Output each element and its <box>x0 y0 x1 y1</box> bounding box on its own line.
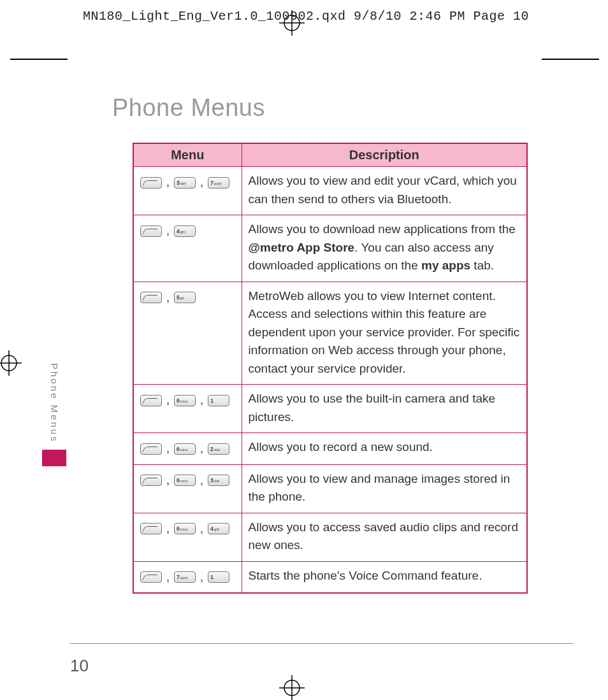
softkey-icon <box>140 571 162 583</box>
softkey-icon <box>140 395 162 406</box>
softkey-icon <box>140 475 162 486</box>
print-slug: MN180_Light_Eng_Ver1.0_100902.qxd 9/8/10… <box>83 9 529 24</box>
softkey-icon <box>140 225 162 237</box>
key-7pqrs-icon: 7pqrs <box>208 177 229 189</box>
desc-text: Allows you to download new applications … <box>249 222 516 236</box>
menu-cell: , 3def , 7pqrs <box>133 167 242 215</box>
key-separator: , <box>196 474 208 487</box>
menu-cell: , 4ghi <box>133 215 242 282</box>
key-6mno-icon: 6mno <box>174 523 196 534</box>
desc-text: Starts the phone's Voice Command feature… <box>249 569 482 582</box>
key-separator: , <box>196 394 208 406</box>
key-1-icon: 1 <box>208 571 229 583</box>
bold-text: @metro App Store <box>249 241 355 254</box>
key-5jkl-icon: 5jkl <box>174 292 196 303</box>
softkey-icon <box>140 292 162 303</box>
description-cell: Allows you to access saved audio clips a… <box>242 513 527 561</box>
table-row: , 3def , 7pqrsAllows you to view and edi… <box>133 167 527 215</box>
registration-mark-icon <box>279 675 305 700</box>
key-separator: , <box>196 522 208 535</box>
key-4ghi-icon: 4ghi <box>208 523 229 534</box>
description-cell: Allows you to record a new sound. <box>242 433 527 465</box>
softkey-icon <box>140 523 162 534</box>
table-row: , 7pqrs , 1Starts the phone's Voice Comm… <box>133 561 527 593</box>
key-6mno-icon: 6mno <box>174 475 196 486</box>
table-row: , 6mno , 2abcAllows you to record a new … <box>133 433 527 465</box>
desc-text: Allows you to view and manage images sto… <box>249 472 510 504</box>
key-7pqrs-icon: 7pqrs <box>174 571 196 583</box>
menu-cell: , 6mno , 3def <box>133 464 242 513</box>
description-cell: MetroWeb allows you to view Internet con… <box>242 282 527 385</box>
menu-cell: , 6mno , 1 <box>133 385 242 433</box>
side-tab: Phone Menus <box>47 363 61 478</box>
desc-text: tab. <box>470 259 494 272</box>
key-2abc-icon: 2abc <box>208 443 229 455</box>
desc-text: Allows you to access saved audio clips a… <box>249 520 519 552</box>
key-1-icon: 1 <box>208 395 229 406</box>
key-separator: , <box>162 474 174 487</box>
softkey-icon <box>140 177 162 189</box>
description-cell: Allows you to download new applications … <box>242 215 527 282</box>
menu-cell: , 5jkl <box>133 282 242 385</box>
softkey-icon <box>140 443 162 455</box>
key-separator: , <box>196 571 208 583</box>
table-row: , 5jklMetroWeb allows you to view Intern… <box>133 282 527 385</box>
table-row: , 6mno , 3defAllows you to view and mana… <box>133 464 527 513</box>
key-6mno-icon: 6mno <box>174 443 196 455</box>
page-title: Phone Menus <box>112 94 265 122</box>
key-separator: , <box>162 176 174 189</box>
desc-text: MetroWeb allows you to view Internet con… <box>249 289 520 375</box>
description-cell: Allows you to view and manage images sto… <box>242 464 527 513</box>
menu-table: Menu Description , 3def , 7pqrsAllows yo… <box>133 143 528 594</box>
key-separator: , <box>162 571 174 583</box>
side-tab-bar <box>42 450 66 466</box>
page-number: 10 <box>70 656 89 676</box>
key-3def-icon: 3def <box>208 475 229 486</box>
key-separator: , <box>162 224 174 237</box>
desc-text: Allows you to record a new sound. <box>249 440 433 454</box>
key-6mno-icon: 6mno <box>174 395 196 406</box>
key-separator: , <box>162 291 174 304</box>
col-header-menu: Menu <box>133 143 242 167</box>
table-row: , 6mno , 1Allows you to use the built-in… <box>133 385 527 433</box>
description-cell: Allows you to use the built-in camera an… <box>242 385 527 433</box>
col-header-description: Description <box>242 143 527 167</box>
bold-text: my apps <box>421 259 470 272</box>
key-separator: , <box>196 176 208 189</box>
description-cell: Allows you to view and edit your vCard, … <box>242 167 527 215</box>
registration-mark-icon <box>0 350 22 376</box>
menu-cell: , 6mno , 4ghi <box>133 513 242 561</box>
description-cell: Starts the phone's Voice Command feature… <box>242 561 527 593</box>
menu-cell: , 7pqrs , 1 <box>133 561 242 593</box>
key-separator: , <box>196 442 208 455</box>
page-body: Phone Menus Phone Menus Menu Description… <box>19 57 580 662</box>
key-separator: , <box>162 442 174 455</box>
table-row: , 6mno , 4ghiAllows you to access saved … <box>133 513 527 561</box>
key-4ghi-icon: 4ghi <box>174 225 196 237</box>
key-separator: , <box>162 522 174 535</box>
key-3def-icon: 3def <box>174 177 196 189</box>
table-row: , 4ghiAllows you to download new applica… <box>133 215 527 282</box>
desc-text: Allows you to view and edit your vCard, … <box>249 174 517 206</box>
key-separator: , <box>162 394 174 406</box>
side-tab-label: Phone Menus <box>49 363 60 443</box>
footer-rule <box>70 643 574 644</box>
menu-cell: , 6mno , 2abc <box>133 433 242 465</box>
desc-text: Allows you to use the built-in camera an… <box>249 392 496 424</box>
